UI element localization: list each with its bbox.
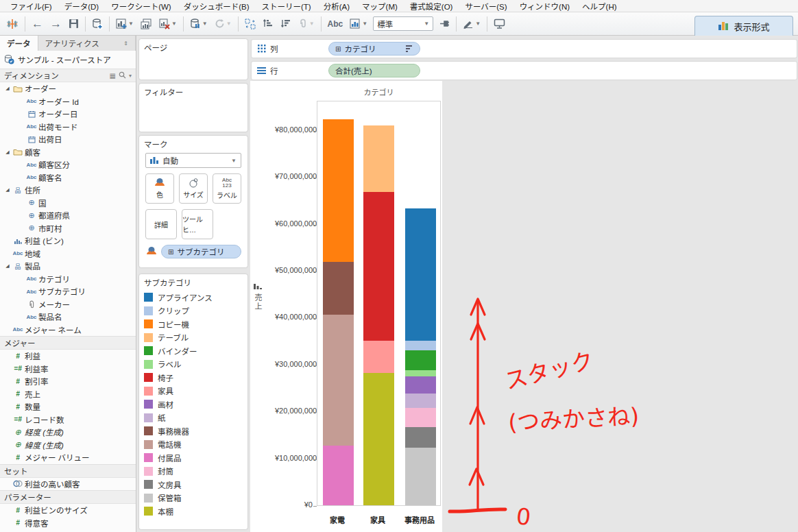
pages-shelf[interactable]: ページ bbox=[139, 39, 247, 80]
dimension-field-オーダー Id[interactable]: Abcオーダー Id bbox=[0, 95, 136, 108]
parameter-field-利益ビンのサイズ[interactable]: #利益ビンのサイズ bbox=[0, 504, 136, 517]
bar-segment-文房具[interactable] bbox=[405, 427, 436, 448]
legend-item-コピー機[interactable]: コピー機 bbox=[144, 317, 243, 331]
legend-item-テーブル[interactable]: テーブル bbox=[144, 331, 243, 345]
rows-shelf[interactable]: 行 合計(売上) bbox=[252, 62, 797, 80]
forward-button[interactable]: → bbox=[47, 17, 64, 31]
save-button[interactable] bbox=[66, 16, 82, 31]
bar-segment-付属品[interactable] bbox=[323, 446, 354, 505]
filters-shelf[interactable]: フィルター bbox=[139, 84, 247, 132]
detail-button[interactable]: 詳細 bbox=[145, 209, 177, 239]
tab-data[interactable]: データ bbox=[0, 36, 38, 51]
show-mark-labels-button[interactable]: Abc bbox=[325, 17, 346, 31]
menu-ストーリー[interactable]: ストーリー(T) bbox=[256, 0, 317, 13]
legend-item-家具[interactable]: 家具 bbox=[144, 385, 243, 398]
tab-analytics[interactable]: アナリティクス ⇕ bbox=[38, 36, 136, 51]
dimension-field-出荷モード[interactable]: Abc出荷モード bbox=[0, 121, 136, 134]
group-members-button[interactable]: ▼ bbox=[295, 16, 317, 31]
bar-segment-椅子[interactable] bbox=[363, 192, 394, 341]
menu-ヘルプ[interactable]: ヘルプ(H) bbox=[576, 0, 622, 13]
dimension-field-オーダー日[interactable]: オーダー日 bbox=[0, 108, 136, 121]
measure-field-数量[interactable]: #数量 bbox=[0, 400, 136, 413]
pause-auto-updates-button[interactable]: ▼ bbox=[187, 16, 210, 32]
menu-ダッシュボード[interactable]: ダッシュボード(B) bbox=[178, 0, 256, 13]
presentation-mode-button[interactable] bbox=[491, 16, 508, 31]
bar-segment-紙[interactable] bbox=[405, 394, 436, 408]
menu-マップ[interactable]: マップ(M) bbox=[356, 0, 404, 13]
format-pen-button[interactable]: ▼ bbox=[460, 16, 483, 31]
dimension-field-製品[interactable]: ◢品製品 bbox=[0, 260, 136, 273]
rows-pill-sum-sales[interactable]: 合計(売上) bbox=[328, 64, 420, 77]
dimension-field-サブカテゴリ[interactable]: Abcサブカテゴリ bbox=[0, 285, 136, 298]
swap-rows-columns-button[interactable] bbox=[242, 16, 258, 32]
dimension-field-市町村[interactable]: ⊕市町村 bbox=[0, 222, 136, 235]
bar-segment-事務機器[interactable] bbox=[323, 262, 354, 315]
fit-dropdown-button[interactable]: ▼ bbox=[347, 16, 370, 31]
bar-segment-画材[interactable] bbox=[405, 376, 436, 394]
columns-pill-category[interactable]: ⊞カテゴリ bbox=[328, 42, 420, 56]
legend-item-アプライアンス[interactable]: アプライアンス bbox=[144, 291, 243, 304]
legend-item-保管箱[interactable]: 保管箱 bbox=[144, 492, 243, 505]
menu-分析[interactable]: 分析(A) bbox=[317, 0, 356, 13]
view-as-grid-icon[interactable]: ▦ bbox=[110, 72, 116, 80]
legend-item-本棚[interactable]: 本棚 bbox=[144, 505, 243, 518]
dimension-field-顧客[interactable]: ◢顧客 bbox=[0, 146, 136, 159]
tooltip-button[interactable]: ツールヒ… bbox=[182, 209, 213, 239]
bar-segment-テーブル[interactable] bbox=[363, 125, 394, 192]
measure-field-売上[interactable]: #売上 bbox=[0, 388, 136, 401]
legend-item-画材[interactable]: 画材 bbox=[144, 398, 243, 411]
measure-field-メジャー バリュー[interactable]: #メジャー バリュー bbox=[0, 451, 136, 464]
bar-segment-バインダー[interactable] bbox=[405, 350, 436, 370]
color-button[interactable]: 色 bbox=[145, 173, 174, 204]
datasource-item[interactable]: サンプル - スーパーストア bbox=[0, 51, 136, 69]
expand-icon[interactable]: ⊞ bbox=[168, 248, 173, 256]
stacked-bar-家具[interactable] bbox=[363, 125, 394, 505]
dimension-field-顧客名[interactable]: Abc顧客名 bbox=[0, 171, 136, 184]
legend-item-封筒[interactable]: 封筒 bbox=[144, 465, 243, 479]
legend-item-文房具[interactable]: 文房具 bbox=[144, 478, 243, 492]
bar-segment-アプライアンス[interactable] bbox=[405, 208, 436, 341]
parameter-field-得意客[interactable]: #得意客 bbox=[0, 517, 136, 530]
menu-ワークシート[interactable]: ワークシート(W) bbox=[105, 0, 178, 13]
legend-item-ラベル[interactable]: ラベル bbox=[144, 358, 243, 372]
set-field-利益の高い顧客[interactable]: 利益の高い顧客 bbox=[0, 478, 136, 491]
dimension-field-カテゴリ[interactable]: Abcカテゴリ bbox=[0, 273, 136, 286]
measure-field-経度 (生成)[interactable]: ⊕経度 (生成) bbox=[0, 426, 136, 439]
dimension-field-国[interactable]: ⊕国 bbox=[0, 197, 136, 210]
legend-item-クリップ[interactable]: クリップ bbox=[144, 304, 243, 318]
dimension-field-製品名[interactable]: Abc製品名 bbox=[0, 311, 136, 324]
clear-sheet-button[interactable]: ▼ bbox=[156, 16, 180, 32]
dimension-field-出荷日[interactable]: 出荷日 bbox=[0, 133, 136, 146]
size-button[interactable]: サイズ bbox=[179, 173, 208, 204]
sort-descending-button[interactable] bbox=[278, 16, 294, 31]
dimension-field-顧客区分[interactable]: Abc顧客区分 bbox=[0, 158, 136, 171]
bar-segment-家具[interactable] bbox=[363, 341, 394, 373]
show-me-button[interactable]: 表示形式 bbox=[694, 16, 793, 36]
legend-item-付属品[interactable]: 付属品 bbox=[144, 451, 243, 465]
measure-field-レコード数[interactable]: =#レコード数 bbox=[0, 413, 136, 426]
bar-segment-封筒[interactable] bbox=[405, 408, 436, 427]
measure-field-利益率[interactable]: =#利益率 bbox=[0, 363, 136, 376]
add-data-source-button[interactable] bbox=[89, 16, 106, 32]
stacked-bar-事務用品[interactable] bbox=[405, 208, 436, 505]
dimension-field-住所[interactable]: ◢品住所 bbox=[0, 184, 136, 197]
pin-axes-button[interactable] bbox=[436, 16, 452, 31]
menu-書式設定[interactable]: 書式設定(O) bbox=[404, 0, 459, 13]
menu-ファイル[interactable]: ファイル(F) bbox=[4, 0, 58, 13]
columns-shelf[interactable]: 列 ⊞カテゴリ bbox=[252, 40, 797, 58]
measure-field-利益[interactable]: #利益 bbox=[0, 350, 136, 363]
mark-type-dropdown[interactable]: 自動 ▼ bbox=[145, 153, 241, 168]
tab-collapse-icon[interactable]: ⇕ bbox=[123, 40, 128, 47]
legend-item-電話機[interactable]: 電話機 bbox=[144, 438, 243, 452]
refresh-button[interactable]: ▼ bbox=[212, 16, 234, 31]
new-worksheet-button[interactable]: ▼ bbox=[113, 16, 136, 32]
bar-segment-保管箱[interactable] bbox=[405, 448, 436, 505]
dimension-field-メーカー[interactable]: メーカー bbox=[0, 298, 136, 311]
pane-menu-caret-icon[interactable]: ▾ bbox=[129, 73, 132, 79]
dimension-field-地域[interactable]: Abc地域 bbox=[0, 247, 136, 261]
legend-item-椅子[interactable]: 椅子 bbox=[144, 371, 243, 385]
measure-field-緯度 (生成)[interactable]: ⊕緯度 (生成) bbox=[0, 439, 136, 452]
back-button[interactable]: ← bbox=[29, 17, 46, 31]
stacked-bar-家電[interactable] bbox=[323, 119, 354, 505]
dimension-field-メジャー ネーム[interactable]: Abcメジャー ネーム bbox=[0, 324, 136, 337]
